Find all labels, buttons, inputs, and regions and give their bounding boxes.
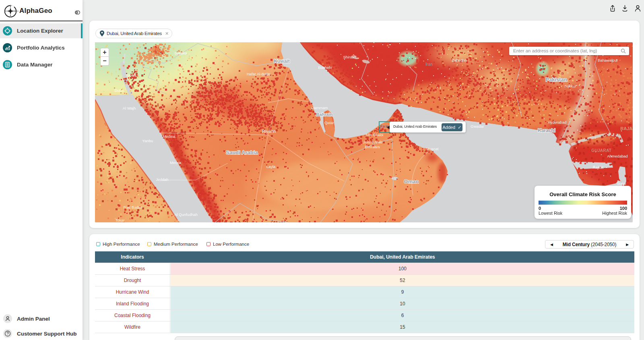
svg-text:Surat: Surat — [617, 181, 626, 186]
svg-text:Hyderabad: Hyderabad — [548, 120, 566, 124]
svg-text:Pakistan: Pakistan — [545, 77, 567, 83]
svg-text:Rajkot: Rajkot — [593, 165, 604, 170]
svg-text:Iran: Iran — [425, 62, 433, 66]
svg-text:RAJAS: RAJAS — [620, 126, 633, 131]
svg-text:Tokar: Tokar — [115, 218, 124, 222]
svg-text:Muscat: Muscat — [426, 147, 439, 151]
svg-text:Mecca: Mecca — [170, 160, 182, 165]
svg-text:Duba: Duba — [115, 88, 124, 93]
svg-text:Sakaka: Sakaka — [174, 51, 187, 55]
svg-text:Bahawalpur: Bahawalpur — [598, 58, 618, 62]
svg-text:Sukkur: Sukkur — [564, 84, 576, 88]
svg-text:Shiraz: Shiraz — [343, 55, 354, 59]
svg-text:Tabuk: Tabuk — [126, 73, 136, 77]
svg-text:Al Qunfudhah: Al Qunfudhah — [174, 212, 198, 217]
svg-text:Karachi: Karachi — [538, 128, 555, 133]
svg-text:Jeddah: Jeddah — [156, 177, 168, 182]
svg-text:Layla: Layla — [266, 164, 276, 169]
svg-text:Al Wajh: Al Wajh — [123, 106, 136, 110]
svg-text:Bahrain: Bahrain — [316, 112, 333, 117]
svg-text:Abu Dhabi: Abu Dhabi — [365, 133, 383, 137]
svg-text:United Arab: United Arab — [362, 140, 382, 144]
svg-text:Oman: Oman — [404, 178, 419, 185]
svg-text:Zahedan: Zahedan — [452, 58, 467, 62]
svg-text:Port Sudan: Port Sudan — [123, 205, 142, 209]
svg-text:Gwadar: Gwadar — [471, 124, 484, 129]
svg-text:Yanbu: Yanbu — [142, 139, 153, 143]
svg-text:Dammam: Dammam — [311, 106, 328, 110]
svg-text:Medina: Medina — [163, 134, 175, 139]
svg-text:Saudi Arabia: Saudi Arabia — [226, 149, 258, 155]
svg-text:GUJARAT: GUJARAT — [591, 148, 612, 153]
svg-text:Kuwait: Kuwait — [274, 58, 289, 64]
svg-text:Ahmedabad: Ahmedabad — [607, 154, 627, 158]
svg-text:Emirates: Emirates — [365, 145, 380, 149]
svg-text:Qatar: Qatar — [324, 120, 334, 125]
svg-text:Hafar Al-Batin: Hafar Al-Batin — [247, 72, 270, 76]
svg-text:Bushehr: Bushehr — [318, 65, 332, 70]
svg-text:Riyadh: Riyadh — [262, 129, 276, 134]
